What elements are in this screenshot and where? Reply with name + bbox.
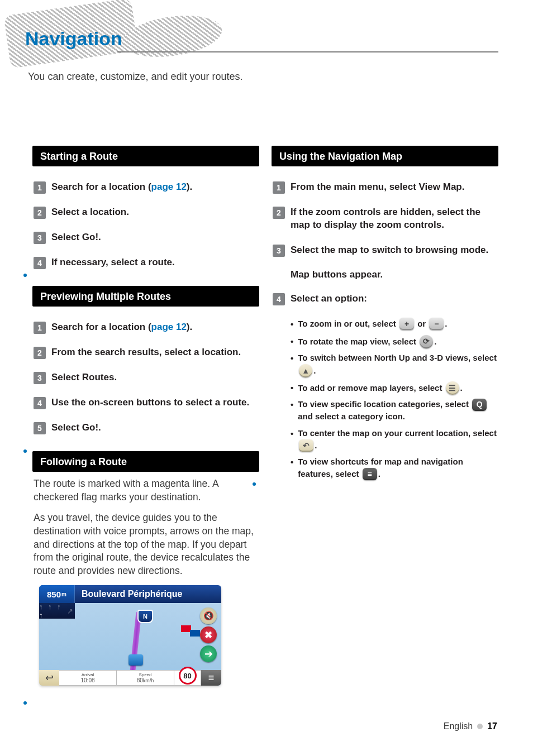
page-link[interactable]: page 12	[151, 181, 187, 192]
heading-using-nav-map: Using the Navigation Map	[272, 146, 498, 166]
step-text: Search for a location (page 12).	[51, 321, 192, 334]
option-list: • To zoom in or out, select + or −. • To…	[291, 318, 497, 480]
stop-icon: ✖	[200, 626, 217, 643]
compass-icon: ▲	[299, 364, 312, 377]
speed-cell: Speed 80km/h	[117, 670, 174, 686]
step-number: 3	[273, 245, 285, 257]
step-text: Select an option:	[291, 293, 367, 305]
step-text: Select Go!.	[51, 422, 101, 434]
header-hatch-2	[120, 10, 225, 63]
search-icon: Q	[472, 399, 487, 411]
menu-icon: ≡	[363, 468, 377, 480]
heading-starting-route: Starting a Route	[32, 146, 259, 166]
section-dot	[23, 701, 27, 705]
shot-distance: 850m	[39, 585, 75, 603]
step-text: Search for a location (page 12).	[51, 181, 192, 194]
option-text: To zoom in or out, select + or −.	[298, 318, 447, 330]
step-text: Select a location.	[51, 206, 129, 219]
header-rule	[117, 51, 498, 52]
option-text: To center the map on your current locati…	[298, 427, 497, 452]
step-number: 2	[273, 207, 285, 219]
plus-icon: +	[399, 318, 414, 330]
step-number: 3	[34, 372, 46, 384]
page-title: Navigation	[25, 28, 122, 50]
heading-preview-routes: Previewing Multiple Routes	[32, 286, 259, 307]
nav-screenshot: 850m Boulevard Périphérique ↑ ↑ ↑ ↑ ↗ N …	[39, 585, 221, 686]
rotate-icon: ⟳	[420, 335, 433, 348]
step-number: 2	[34, 207, 46, 219]
right-column: Using the Navigation Map 1 From the main…	[272, 146, 498, 686]
arrival-cell: Arrival 10:08	[59, 670, 117, 686]
step-number: 4	[34, 257, 46, 269]
option-text: To view shortcuts for map and navigation…	[298, 456, 497, 480]
menu-icon: ≡	[201, 670, 221, 686]
page-footer: English 17	[444, 721, 497, 731]
step-number: 5	[34, 422, 46, 434]
paragraph: As you travel, the device guides you to …	[34, 511, 258, 577]
go-icon: ➔	[200, 645, 217, 662]
page-link[interactable]: page 12	[151, 322, 187, 332]
back-icon: ↩	[39, 670, 59, 686]
option-text: To add or remove map layers, select ☰.	[298, 381, 463, 394]
footer-dot-icon	[477, 724, 483, 729]
option-text: To switch between North Up and 3-D views…	[298, 352, 497, 376]
option-text: To rotate the map view, select ⟳.	[298, 335, 436, 348]
step-number: 4	[273, 293, 285, 305]
shot-lane-arrows: ↑ ↑ ↑ ↑ ↗	[39, 603, 75, 619]
minus-icon: −	[429, 318, 444, 330]
section-dot	[23, 449, 27, 453]
step-number: 4	[34, 397, 46, 409]
option-text: To view specific location categories, se…	[298, 398, 497, 423]
paragraph: The route is marked with a magenta line.…	[34, 477, 258, 504]
step-note: Map buttons appear.	[291, 269, 497, 280]
vehicle-icon	[129, 654, 143, 666]
layers-icon: ☰	[446, 381, 459, 395]
recenter-icon: ↶	[299, 439, 313, 452]
heading-following-route: Following a Route	[32, 451, 259, 472]
left-column: Starting a Route 1 Search for a location…	[32, 146, 259, 686]
step-number: 1	[273, 181, 285, 194]
mute-icon: 🔇	[200, 607, 217, 624]
step-number: 3	[34, 232, 46, 244]
step-number: 1	[34, 322, 46, 334]
section-dot	[23, 274, 27, 277]
step-text: From the main menu, select View Map.	[291, 181, 464, 194]
step-text: Select Go!.	[51, 231, 101, 244]
step-text: If the zoom controls are hidden, select …	[291, 206, 497, 232]
step-text: Select the map to switch to browsing mod…	[291, 244, 488, 257]
poi-flags	[181, 625, 200, 637]
step-number: 1	[34, 181, 46, 194]
road-shield: N	[137, 610, 153, 623]
step-text: From the search results, select a locati…	[51, 346, 241, 359]
step-text: If necessary, select a route.	[51, 256, 175, 269]
speed-limit: 80	[174, 670, 201, 686]
shot-road-name: Boulevard Périphérique	[82, 589, 183, 599]
step-text: Select Routes.	[51, 371, 117, 384]
step-number: 2	[34, 347, 46, 359]
step-text: Use the on-screen buttons to select a ro…	[51, 396, 249, 409]
intro-text: You can create, customize, and edit your…	[28, 71, 243, 83]
footer-page-number: 17	[487, 721, 497, 731]
footer-language: English	[444, 721, 473, 731]
